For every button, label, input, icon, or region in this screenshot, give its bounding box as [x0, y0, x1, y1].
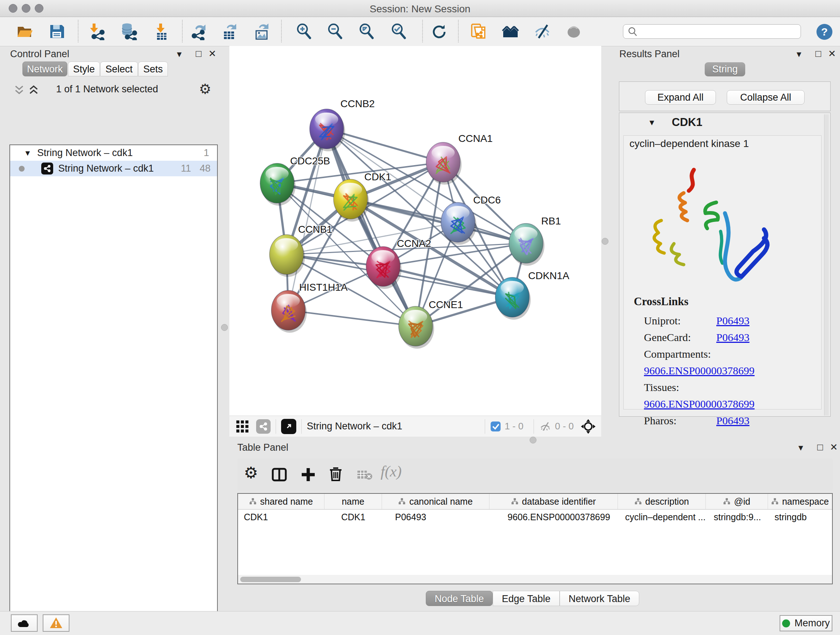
- results-panel-undock-icon[interactable]: □: [815, 49, 821, 58]
- search-input[interactable]: [638, 26, 791, 38]
- network-share-view-icon[interactable]: [256, 419, 271, 434]
- import-network-icon[interactable]: [89, 23, 107, 40]
- cell-shared-name: CDK1: [238, 510, 325, 524]
- help-icon[interactable]: ?: [816, 24, 833, 40]
- import-network-from-database-icon[interactable]: [120, 23, 137, 40]
- control-panel-undock-icon[interactable]: □: [196, 49, 202, 58]
- tab-select[interactable]: Select: [100, 62, 138, 76]
- results-panel-float-icon[interactable]: ▾: [797, 49, 801, 59]
- crosslink-link[interactable]: 9606.ENSP00000378699: [644, 398, 755, 410]
- save-session-icon[interactable]: [48, 23, 65, 40]
- grid-view-icon[interactable]: [235, 419, 249, 434]
- column-header[interactable]: shared name: [238, 494, 325, 509]
- table-panel-undock-icon[interactable]: □: [817, 442, 823, 452]
- results-panel-title: Results Panel: [619, 49, 680, 60]
- column-type-icon: [723, 498, 730, 505]
- crosslinks-heading: CrossLinks: [634, 295, 688, 308]
- column-header[interactable]: canonical name: [382, 494, 489, 509]
- table-hscroll-thumb[interactable]: [240, 577, 301, 582]
- crosslink-link[interactable]: 9606.ENSP00000378699: [644, 364, 755, 377]
- tab-network-table[interactable]: Network Table: [560, 591, 639, 606]
- column-header[interactable]: namespace: [768, 494, 832, 509]
- control-panel-float-icon[interactable]: ▾: [177, 49, 182, 59]
- protein-structure-image: [639, 160, 777, 302]
- control-panel-close-icon[interactable]: ✕: [208, 49, 216, 58]
- clone-network-icon[interactable]: [470, 23, 487, 40]
- show-columns-icon[interactable]: [271, 466, 288, 483]
- collection-label: String Network – cdk1: [37, 147, 133, 158]
- column-header[interactable]: database identifier: [489, 494, 618, 509]
- selected-checkbox-icon[interactable]: [490, 421, 501, 432]
- birdseye-view-icon[interactable]: [281, 419, 296, 434]
- node-label-CCNB2: CCNB2: [340, 98, 375, 109]
- toolbar-separator: [534, 419, 534, 434]
- zoom-fit-icon[interactable]: [358, 23, 375, 40]
- export-table-icon[interactable]: [221, 23, 238, 40]
- network-node-CCNB1[interactable]: CCNB1: [270, 224, 332, 277]
- table-panel-close-icon[interactable]: ✕: [830, 442, 838, 452]
- toolbar-separator: [182, 20, 183, 42]
- hide-selected-icon[interactable]: [534, 23, 551, 40]
- network-row[interactable]: String Network – cdk1 11 48: [10, 161, 217, 176]
- tab-network[interactable]: Network: [22, 62, 67, 76]
- results-gene-box: ▼ CDK1 cyclin–dependent kinase 1 CrossLi…: [619, 112, 831, 417]
- node-label-CCNE1: CCNE1: [429, 299, 463, 310]
- gene-collapse-icon[interactable]: ▼: [648, 118, 656, 127]
- collapse-all-button[interactable]: Collapse All: [727, 90, 805, 105]
- column-label: canonical name: [409, 496, 472, 507]
- create-column-plus-icon[interactable]: [300, 466, 317, 483]
- network-node-RB1[interactable]: RB1: [509, 215, 561, 266]
- crosslink-link[interactable]: P06493: [716, 331, 750, 343]
- network-options-gear-icon[interactable]: ⚙: [199, 81, 211, 97]
- results-scrollbar[interactable]: [824, 114, 829, 416]
- network-canvas[interactable]: CCNB2CCNA1CDC25BCDK1CDC6RB1CCNB1CCNA2CDK…: [229, 46, 601, 416]
- tab-string[interactable]: String: [705, 62, 745, 76]
- tab-edge-table[interactable]: Edge Table: [493, 591, 560, 606]
- network-node-CCNE1[interactable]: CCNE1: [399, 299, 463, 348]
- table-settings-gear-icon[interactable]: ⚙: [244, 463, 258, 482]
- column-header[interactable]: name: [325, 494, 382, 509]
- zoom-selected-icon[interactable]: [390, 23, 407, 40]
- collection-expand-icon[interactable]: ▼: [24, 149, 32, 157]
- table-hscroll-track[interactable]: [238, 575, 832, 584]
- memory-button[interactable]: Memory: [780, 615, 832, 631]
- first-neighbors-icon[interactable]: [502, 23, 519, 40]
- open-session-icon[interactable]: [16, 23, 33, 40]
- network-node-HIST1H1A[interactable]: HIST1H1A: [271, 282, 347, 333]
- network-node-CDKN1A[interactable]: CDKN1A: [495, 270, 569, 320]
- export-network-icon[interactable]: [190, 23, 208, 40]
- column-header[interactable]: @id: [706, 494, 768, 509]
- collection-count: 1: [204, 147, 209, 158]
- tab-node-table[interactable]: Node Table: [426, 591, 493, 606]
- delete-column-trash-icon[interactable]: [327, 465, 344, 483]
- tab-sets[interactable]: Sets: [138, 62, 168, 76]
- zoom-out-icon[interactable]: [326, 23, 344, 40]
- network-collection-row[interactable]: ▼ String Network – cdk1 1: [10, 145, 217, 161]
- gene-details-box: cyclin–dependent kinase 1 CrossLinks Uni…: [623, 135, 821, 409]
- import-table-icon[interactable]: [153, 23, 170, 40]
- crosslink-link[interactable]: P06493: [716, 415, 750, 426]
- column-label: description: [645, 496, 689, 507]
- export-image-icon[interactable]: [253, 23, 271, 40]
- tab-style[interactable]: Style: [68, 62, 100, 76]
- show-all-icon[interactable]: [565, 23, 583, 40]
- column-header[interactable]: description: [618, 494, 706, 509]
- expand-all-button[interactable]: Expand All: [645, 90, 716, 105]
- left-splitter-handle[interactable]: [221, 324, 228, 331]
- results-panel-close-icon[interactable]: ✕: [828, 49, 836, 58]
- cloud-status-button[interactable]: [11, 614, 38, 632]
- network-graph[interactable]: CCNB2CCNA1CDC25BCDK1CDC6RB1CCNB1CCNA2CDK…: [229, 46, 601, 416]
- pan-navigator-icon[interactable]: [580, 418, 596, 434]
- zoom-in-icon[interactable]: [295, 23, 313, 40]
- right-splitter-handle[interactable]: [602, 238, 608, 245]
- search-box[interactable]: [623, 24, 801, 39]
- node-label-CDC25B: CDC25B: [290, 155, 330, 166]
- network-node-CDC6[interactable]: CDC6: [441, 195, 501, 245]
- table-panel-float-icon[interactable]: ▾: [798, 443, 803, 452]
- crosslink-label: Uniprot:: [644, 312, 716, 329]
- network-view-title: String Network – cdk1: [307, 421, 402, 432]
- refresh-icon[interactable]: [430, 23, 447, 40]
- cell-namespace: stringdb: [768, 510, 832, 524]
- warning-status-button[interactable]: [43, 614, 69, 632]
- crosslink-link[interactable]: P06493: [716, 315, 750, 326]
